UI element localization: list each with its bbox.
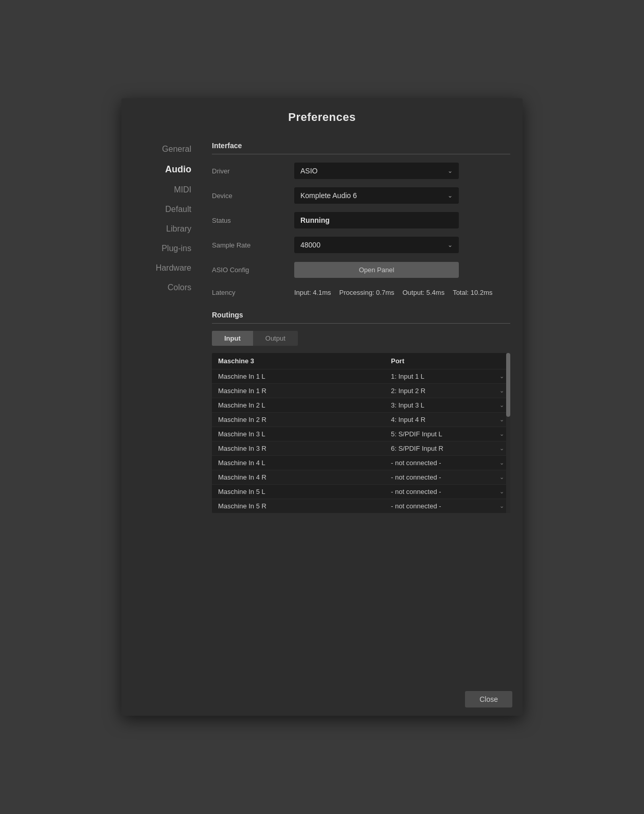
latency-values: Input: 4.1ms Processing: 0.7ms Output: 5…: [294, 289, 492, 296]
interface-section-header: Interface: [212, 138, 510, 154]
latency-input: Input: 4.1ms: [294, 289, 331, 296]
rt-port-text: - not connected -: [391, 488, 441, 496]
table-row: Maschine In 2 R 4: Input 4 R ⌄: [212, 412, 510, 427]
driver-control: ASIO ⌄: [294, 163, 510, 179]
status-value: Running: [294, 212, 459, 228]
asio-config-row: ASIO Config Open Panel: [212, 260, 510, 279]
chevron-down-icon: ⌄: [499, 488, 504, 495]
open-panel-button[interactable]: Open Panel: [294, 262, 459, 278]
device-select[interactable]: Komplete Audio 6: [294, 187, 459, 204]
table-row: Maschine In 3 R 6: S/PDIF Input R ⌄: [212, 441, 510, 455]
device-row: Device Komplete Audio 6 ⌄: [212, 186, 510, 205]
routing-scrollbar-thumb: [506, 353, 510, 417]
table-row: Maschine In 3 L 5: S/PDIF Input L ⌄: [212, 427, 510, 441]
routing-rows-container: Maschine In 1 L 1: Input 1 L ⌄ Maschine …: [212, 369, 510, 513]
rt-port-text: - not connected -: [391, 473, 441, 481]
latency-total: Total: 10.2ms: [453, 289, 492, 296]
rt-row-port[interactable]: 3: Input 3 L ⌄: [391, 401, 504, 409]
routing-scrollbar[interactable]: [506, 353, 510, 513]
rt-row-port[interactable]: 5: S/PDIF Input L ⌄: [391, 430, 504, 438]
rt-row-port[interactable]: 6: S/PDIF Input R ⌄: [391, 445, 504, 452]
rt-row-name: Maschine In 5 R: [218, 502, 391, 510]
rt-row-name: Maschine In 1 L: [218, 373, 391, 380]
table-row: Maschine In 4 L - not connected - ⌄: [212, 455, 510, 470]
table-row: Maschine In 1 R 2: Input 2 R ⌄: [212, 383, 510, 398]
dialog-body: General Audio MIDI Default Library Plug-…: [121, 134, 523, 685]
rt-row-port[interactable]: 2: Input 2 R ⌄: [391, 387, 504, 395]
table-col-name: Maschine 3: [218, 357, 391, 365]
rt-port-text: 4: Input 4 R: [391, 416, 425, 423]
rt-port-text: 5: S/PDIF Input L: [391, 430, 442, 438]
main-content: Interface Driver ASIO ⌄ Device: [204, 134, 523, 685]
sidebar-item-audio[interactable]: Audio: [121, 159, 191, 180]
asio-config-label: ASIO Config: [212, 266, 294, 274]
routing-table-wrapper: Maschine 3 Port Maschine In 1 L 1: Input…: [212, 353, 510, 513]
routings-section-header: Routings: [212, 308, 510, 324]
sample-rate-row: Sample Rate 48000 ⌄: [212, 236, 510, 254]
chevron-down-icon: ⌄: [499, 387, 504, 394]
chevron-down-icon: ⌄: [499, 416, 504, 423]
rt-row-port[interactable]: 1: Input 1 L ⌄: [391, 373, 504, 380]
tab-input[interactable]: Input: [212, 331, 253, 346]
rt-port-text: 3: Input 3 L: [391, 401, 424, 409]
rt-row-port[interactable]: - not connected - ⌄: [391, 473, 504, 481]
rt-row-port[interactable]: - not connected - ⌄: [391, 459, 504, 467]
rt-port-text: 2: Input 2 R: [391, 387, 425, 395]
rt-port-text: 1: Input 1 L: [391, 373, 424, 380]
sample-rate-select[interactable]: 48000: [294, 237, 459, 253]
sidebar-item-hardware[interactable]: Hardware: [121, 258, 191, 278]
rt-row-port[interactable]: - not connected - ⌄: [391, 488, 504, 496]
table-col-port: Port: [391, 357, 504, 365]
driver-select[interactable]: ASIO: [294, 163, 459, 179]
sidebar-item-general[interactable]: General: [121, 139, 191, 159]
sidebar-item-library[interactable]: Library: [121, 219, 191, 239]
routing-table: Maschine 3 Port Maschine In 1 L 1: Input…: [212, 353, 510, 513]
latency-processing: Processing: 0.7ms: [339, 289, 395, 296]
rt-port-text: 6: S/PDIF Input R: [391, 445, 443, 452]
chevron-down-icon: ⌄: [499, 431, 504, 437]
close-button[interactable]: Close: [465, 691, 512, 707]
table-row: Maschine In 5 R - not connected - ⌄: [212, 499, 510, 513]
rt-row-name: Maschine In 5 L: [218, 488, 391, 496]
latency-label: Latency: [212, 289, 294, 296]
sidebar-item-midi[interactable]: MIDI: [121, 180, 191, 200]
rt-port-text: - not connected -: [391, 502, 441, 510]
driver-label: Driver: [212, 167, 294, 175]
rt-row-port[interactable]: - not connected - ⌄: [391, 502, 504, 510]
rt-port-text: - not connected -: [391, 459, 441, 467]
rt-row-name: Maschine In 1 R: [218, 387, 391, 395]
status-label: Status: [212, 217, 294, 224]
routing-tabs: Input Output: [212, 331, 510, 346]
sidebar-item-default[interactable]: Default: [121, 200, 191, 219]
sidebar-item-colors[interactable]: Colors: [121, 278, 191, 297]
status-control: Running: [294, 212, 510, 228]
table-row: Maschine In 5 L - not connected - ⌄: [212, 484, 510, 499]
chevron-down-icon: ⌄: [499, 402, 504, 409]
device-label: Device: [212, 192, 294, 200]
latency-row: Latency Input: 4.1ms Processing: 0.7ms O…: [212, 285, 510, 299]
rt-row-name: Maschine In 3 R: [218, 445, 391, 452]
tab-output[interactable]: Output: [253, 331, 298, 346]
dialog-title: Preferences: [121, 98, 523, 134]
sample-rate-control: 48000 ⌄: [294, 237, 510, 253]
rt-row-port[interactable]: 4: Input 4 R ⌄: [391, 416, 504, 423]
driver-row: Driver ASIO ⌄: [212, 162, 510, 180]
table-row: Maschine In 2 L 3: Input 3 L ⌄: [212, 398, 510, 412]
sample-rate-label: Sample Rate: [212, 241, 294, 249]
sidebar-item-plugins[interactable]: Plug-ins: [121, 239, 191, 258]
asio-config-control: Open Panel: [294, 262, 510, 278]
rt-row-name: Maschine In 4 L: [218, 459, 391, 467]
routing-table-header: Maschine 3 Port: [212, 353, 510, 369]
table-row: Maschine In 4 R - not connected - ⌄: [212, 470, 510, 484]
chevron-down-icon: ⌄: [499, 474, 504, 481]
device-control: Komplete Audio 6 ⌄: [294, 187, 510, 204]
rt-row-name: Maschine In 3 L: [218, 430, 391, 438]
chevron-down-icon: ⌄: [499, 503, 504, 509]
latency-output: Output: 5.4ms: [402, 289, 444, 296]
preferences-dialog: Preferences General Audio MIDI Default L…: [121, 98, 523, 716]
sidebar: General Audio MIDI Default Library Plug-…: [121, 134, 204, 685]
chevron-down-icon: ⌄: [499, 445, 504, 452]
driver-select-wrapper: ASIO ⌄: [294, 163, 459, 179]
chevron-down-icon: ⌄: [499, 373, 504, 380]
table-row: Maschine In 1 L 1: Input 1 L ⌄: [212, 369, 510, 383]
